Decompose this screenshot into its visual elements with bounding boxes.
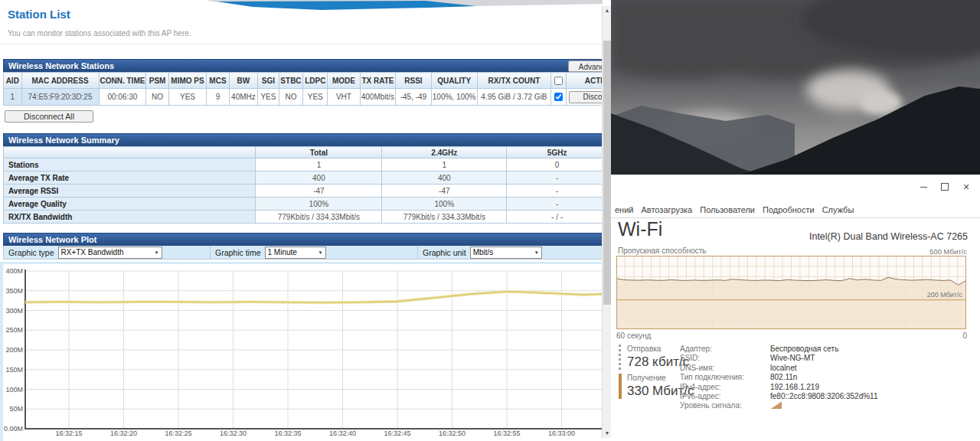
stations-section: Wireless Network Stations Advanced AIDMA… bbox=[3, 59, 603, 106]
summary-row: Stations110 bbox=[4, 158, 603, 172]
desktop-wallpaper bbox=[611, 0, 980, 177]
router-page: Station List You can monitor stations as… bbox=[0, 0, 603, 441]
svg-text:16:33:00: 16:33:00 bbox=[548, 430, 575, 437]
station-cell: 9 bbox=[207, 89, 229, 106]
summary-section-header: Wireless Network Summary bbox=[3, 133, 603, 146]
minimize-icon bbox=[920, 187, 927, 188]
header-swoosh-graphic bbox=[0, 0, 603, 12]
station-cell: NO bbox=[279, 89, 303, 106]
summary-value: 1 bbox=[382, 158, 507, 172]
detail-value: localnet bbox=[770, 364, 796, 373]
station-checkbox[interactable] bbox=[554, 93, 563, 101]
svg-text:16:32:15: 16:32:15 bbox=[55, 430, 82, 437]
tab-службы[interactable]: Службы bbox=[818, 204, 858, 217]
graphic-type-cell: Graphic type RX+TX Bandwidth ▼ bbox=[4, 246, 211, 259]
graphic-type-select[interactable]: RX+TX Bandwidth ▼ bbox=[58, 247, 162, 259]
plot-section-header: Wireless Network Plot bbox=[3, 233, 603, 246]
summary-row: RX/TX Bandwidth779Kbit/s / 334.33Mbit/s7… bbox=[4, 211, 603, 224]
summary-row: Average TX Rate400400- bbox=[4, 172, 603, 185]
minimize-button[interactable] bbox=[913, 179, 934, 194]
summary-value: 100% bbox=[256, 198, 382, 211]
tab-подробности[interactable]: Подробности bbox=[759, 204, 818, 217]
column-header-aid: AID bbox=[4, 73, 22, 89]
svg-text:350M: 350M bbox=[5, 287, 23, 295]
close-button[interactable]: ✕ bbox=[956, 179, 977, 194]
column-header-mac-address: MAC ADDRESS bbox=[21, 73, 99, 89]
station-cell: 40MHz bbox=[229, 89, 258, 106]
summary-corner-cell bbox=[4, 147, 256, 158]
summary-row-label: Stations bbox=[4, 158, 256, 172]
svg-text:300M: 300M bbox=[5, 307, 23, 315]
chart-window-label: 60 секунд bbox=[616, 332, 651, 340]
disconnect-button[interactable]: Disconnect bbox=[569, 91, 603, 103]
maximize-button[interactable] bbox=[934, 179, 956, 194]
stations-table: AIDMAC ADDRESSCONN. TIMEPSMMIMO PSMCSBWS… bbox=[3, 72, 603, 106]
detail-row: IPv4-адрес:192.168.1.219 bbox=[680, 383, 878, 392]
adapter-title: Intel(R) Dual Band Wireless-AC 7265 bbox=[809, 231, 968, 242]
throughput-label: Пропускная способность bbox=[618, 247, 707, 255]
station-cell: 00:06:30 bbox=[99, 89, 146, 106]
detail-label: Тип подключения: bbox=[680, 373, 770, 382]
graphic-unit-label: Graphic unit bbox=[423, 248, 466, 257]
station-cell: YES bbox=[258, 89, 279, 106]
disconnect-all-button[interactable]: Disconnect All bbox=[5, 110, 93, 122]
svg-text:200M: 200M bbox=[5, 346, 23, 354]
column-header-tx-rate: TX RATE bbox=[360, 73, 395, 89]
graphic-time-select[interactable]: 1 Minute ▼ bbox=[265, 247, 326, 259]
wifi-title: Wi-Fi bbox=[618, 218, 662, 240]
advanced-button[interactable]: Advanced bbox=[568, 60, 603, 72]
summary-row-label: Average TX Rate bbox=[4, 172, 256, 185]
detail-label: SSID: bbox=[680, 354, 770, 363]
summary-value: 400 bbox=[256, 172, 382, 185]
detail-value: Беспроводная сеть bbox=[770, 345, 838, 354]
svg-text:250M: 250M bbox=[5, 326, 23, 334]
column-header-mode: MODE bbox=[328, 73, 361, 89]
tab-пользователи[interactable]: Пользователи bbox=[696, 204, 759, 217]
summary-section: Wireless Network Summary Total2.4GHz5GHz… bbox=[3, 133, 603, 224]
station-select-cell bbox=[551, 89, 566, 106]
summary-column-total: Total bbox=[256, 147, 382, 158]
detail-value: 192.168.1.219 bbox=[770, 383, 819, 392]
svg-text:100M: 100M bbox=[5, 386, 23, 394]
task-manager-window: ✕ енийАвтозагрузкаПользователиПодробност… bbox=[611, 175, 980, 441]
summary-value: -47 bbox=[256, 185, 382, 198]
select-all-checkbox[interactable] bbox=[554, 77, 563, 85]
svg-text:50M: 50M bbox=[9, 405, 23, 413]
detail-value: fe80::2cc8:9808:3206:352d%11 bbox=[770, 392, 878, 401]
tab-clipped[interactable]: ений bbox=[611, 204, 637, 217]
throughput-chart: 200 Мбит/с bbox=[616, 256, 966, 329]
svg-text:16:32:20: 16:32:20 bbox=[110, 430, 137, 437]
chart-max-label: 500 Мбит/с bbox=[929, 247, 967, 256]
summary-row-label: Average Quality bbox=[4, 198, 256, 211]
detail-label: Уровень сигнала: bbox=[680, 401, 770, 411]
graphic-unit-select[interactable]: Mbit/s ▼ bbox=[470, 247, 542, 259]
browser-scrollbar[interactable]: ▲ ▼ bbox=[602, 6, 611, 438]
station-cell: -45, -49 bbox=[396, 89, 432, 106]
window-controls: ✕ bbox=[913, 179, 977, 194]
station-cell: NO bbox=[146, 89, 168, 106]
chart-end-label: 0 bbox=[962, 332, 967, 340]
station-action-cell: Disconnect bbox=[566, 89, 603, 106]
signal-strength-icon bbox=[770, 401, 782, 409]
graphic-type-value: RX+TX Bandwidth bbox=[61, 248, 124, 256]
send-kpi: Отправка 728 кбит/с bbox=[619, 345, 689, 370]
detail-row: SSID:Wive-NG-MT bbox=[680, 354, 878, 363]
column-header-ldpc: LDPC bbox=[303, 73, 328, 89]
column-header-stbc: STBC bbox=[279, 73, 303, 89]
svg-text:200 Мбит/с: 200 Мбит/с bbox=[927, 291, 963, 299]
summary-value: -47 bbox=[382, 185, 507, 198]
summary-row-label: RX/TX Bandwidth bbox=[4, 211, 256, 224]
connection-details: Адаптер:Беспроводная сетьSSID:Wive-NG-MT… bbox=[680, 345, 878, 412]
divider bbox=[0, 44, 603, 44]
select-all-header bbox=[551, 73, 566, 89]
scrollbar-thumb[interactable] bbox=[603, 41, 611, 305]
summary-value: 779Kbit/s / 334.33Mbit/s bbox=[256, 211, 382, 224]
chevron-down-icon: ▼ bbox=[155, 250, 159, 255]
tab-автозагрузка[interactable]: Автозагрузка bbox=[637, 204, 696, 217]
page-subtitle: You can monitor stations associated with… bbox=[8, 29, 191, 38]
station-cell: 4.95 GiB / 3.72 GiB bbox=[477, 89, 551, 106]
summary-value: 100% bbox=[382, 198, 507, 211]
chevron-down-icon: ▼ bbox=[534, 250, 539, 255]
svg-text:16:32:35: 16:32:35 bbox=[274, 430, 301, 437]
svg-text:16:32:40: 16:32:40 bbox=[329, 430, 356, 437]
